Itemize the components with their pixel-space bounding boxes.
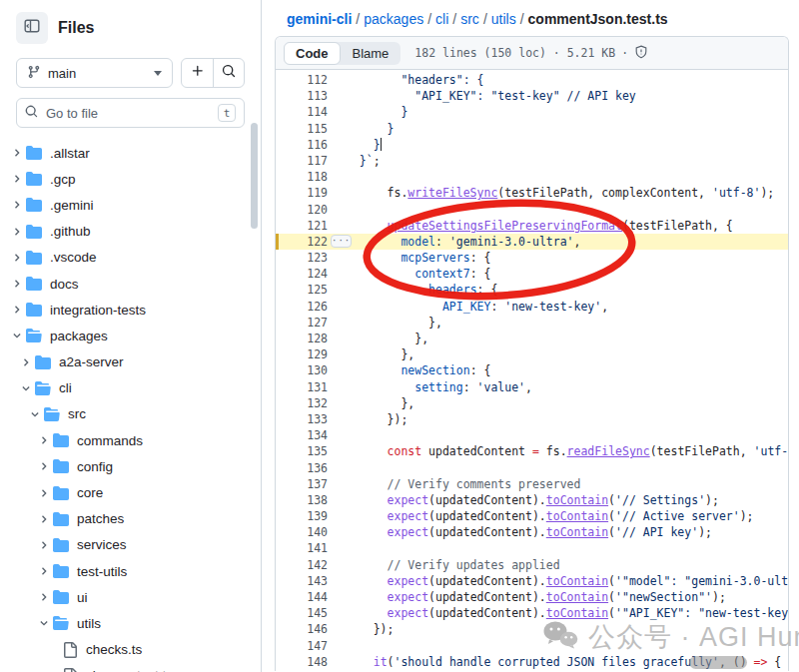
- go-to-file-input[interactable]: Go to file t: [16, 98, 245, 128]
- breadcrumb-segment[interactable]: src: [460, 11, 479, 27]
- line-number[interactable]: 116: [276, 137, 328, 153]
- line-number[interactable]: 130: [276, 362, 328, 378]
- tree-item-checks.ts[interactable]: checks.ts: [8, 637, 253, 663]
- chevron-right-icon[interactable]: [8, 173, 26, 185]
- line-number[interactable]: 147: [276, 638, 328, 654]
- line-number[interactable]: 146: [276, 621, 328, 637]
- line-number[interactable]: 142: [276, 557, 328, 573]
- tree-item-integration-tests[interactable]: integration-tests: [8, 297, 253, 323]
- tree-item-.github[interactable]: .github: [8, 219, 253, 245]
- line-number[interactable]: 140: [276, 524, 328, 540]
- tree-item-test-utils[interactable]: test-utils: [8, 558, 253, 584]
- line-number[interactable]: 144: [276, 589, 328, 605]
- line-number[interactable]: 112: [276, 72, 328, 88]
- sidebar-toggle-button[interactable]: [16, 12, 48, 44]
- chevron-right-icon[interactable]: [8, 226, 26, 238]
- line-number[interactable]: 126: [276, 299, 328, 315]
- chevron-down-icon[interactable]: [26, 408, 44, 420]
- chevron-right-icon[interactable]: [8, 252, 26, 264]
- chevron-right-icon[interactable]: [35, 591, 53, 603]
- tree-item-src[interactable]: src: [8, 401, 253, 427]
- line-number[interactable]: 127: [276, 315, 328, 331]
- line-number[interactable]: 134: [276, 427, 328, 443]
- line-number[interactable]: 115: [276, 121, 328, 137]
- line-number[interactable]: 143: [276, 573, 328, 589]
- tree-item-core[interactable]: core: [8, 479, 253, 505]
- line-number[interactable]: 120: [276, 202, 328, 218]
- line-number[interactable]: 122: [276, 234, 328, 250]
- line-number[interactable]: 128: [276, 331, 328, 346]
- line-actions-button[interactable]: ···: [331, 235, 352, 248]
- chevron-right-icon[interactable]: [35, 513, 53, 525]
- tree-item-ui[interactable]: ui: [8, 584, 253, 610]
- line-number[interactable]: 145: [276, 605, 328, 621]
- line-number[interactable]: 139: [276, 508, 328, 524]
- line-number[interactable]: 148: [276, 654, 328, 670]
- chevron-right-icon[interactable]: [35, 539, 53, 551]
- line-number[interactable]: 138: [276, 492, 328, 508]
- line-number[interactable]: 124: [276, 266, 328, 282]
- line-number[interactable]: 131: [276, 379, 328, 395]
- shield-icon[interactable]: [634, 45, 648, 62]
- symbol-reference[interactable]: toContain: [546, 574, 608, 588]
- tree-item-utils[interactable]: utils: [8, 610, 253, 636]
- breadcrumb-repo[interactable]: gemini-cli: [287, 11, 352, 27]
- tree-item-a2a-server[interactable]: a2a-server: [8, 349, 253, 375]
- line-number[interactable]: 118: [276, 169, 328, 185]
- tab-blame[interactable]: Blame: [341, 42, 401, 65]
- tree-item-.gemini[interactable]: .gemini: [8, 192, 253, 218]
- tree-item-docs[interactable]: docs: [8, 271, 253, 297]
- tree-item-.vscode[interactable]: .vscode: [8, 245, 253, 271]
- chevron-right-icon[interactable]: [35, 460, 53, 472]
- tree-item-packages[interactable]: packages: [8, 323, 253, 348]
- line-number[interactable]: 117: [276, 153, 328, 169]
- line-number[interactable]: 123: [276, 250, 328, 266]
- search-tree-button[interactable]: [213, 59, 244, 87]
- line-number[interactable]: 119: [276, 185, 328, 201]
- tree-item-cli[interactable]: cli: [8, 375, 253, 401]
- chevron-right-icon[interactable]: [8, 278, 26, 290]
- symbol-reference[interactable]: toContain: [546, 493, 608, 507]
- line-number[interactable]: 129: [276, 346, 328, 362]
- tree-item-cleanup.test.ts[interactable]: cleanup.test.ts: [8, 663, 253, 672]
- chevron-down-icon[interactable]: [35, 617, 53, 629]
- line-number[interactable]: 141: [276, 540, 328, 556]
- breadcrumb-segment[interactable]: packages: [364, 11, 423, 27]
- breadcrumb-segment[interactable]: utils: [491, 11, 516, 27]
- symbol-reference[interactable]: readFileSync: [567, 444, 650, 458]
- chevron-right-icon[interactable]: [35, 565, 53, 577]
- symbol-reference[interactable]: writeFileSync: [407, 186, 497, 200]
- line-number[interactable]: 132: [276, 395, 328, 411]
- symbol-reference[interactable]: toContain: [546, 606, 608, 620]
- tab-code[interactable]: Code: [284, 42, 341, 65]
- chevron-right-icon[interactable]: [8, 147, 26, 159]
- symbol-reference[interactable]: updateSettingsFilePreservingFormat: [388, 219, 622, 233]
- chevron-right-icon[interactable]: [8, 304, 26, 316]
- branch-selector[interactable]: main: [16, 58, 173, 88]
- tree-item-patches[interactable]: patches: [8, 506, 253, 532]
- breadcrumb-segment[interactable]: cli: [435, 11, 448, 27]
- tree-item-commands[interactable]: commands: [8, 427, 253, 453]
- chevron-down-icon[interactable]: [17, 382, 35, 394]
- line-number[interactable]: 133: [276, 411, 328, 427]
- symbol-reference[interactable]: toContain: [546, 509, 608, 523]
- chevron-down-icon[interactable]: [8, 330, 26, 341]
- sidebar-scrollbar[interactable]: [251, 123, 258, 229]
- line-number[interactable]: 121: [276, 218, 328, 234]
- line-number[interactable]: 113: [276, 88, 328, 104]
- line-number[interactable]: 125: [276, 282, 328, 298]
- chevron-right-icon[interactable]: [17, 356, 35, 368]
- chevron-right-icon[interactable]: [8, 199, 26, 211]
- line-number[interactable]: 137: [276, 476, 328, 492]
- tree-item-services[interactable]: services: [8, 532, 253, 558]
- add-file-button[interactable]: [182, 59, 213, 87]
- chevron-right-icon[interactable]: [35, 487, 53, 499]
- line-number[interactable]: 135: [276, 443, 328, 459]
- symbol-reference[interactable]: toContain: [546, 590, 608, 604]
- line-number[interactable]: 136: [276, 460, 328, 476]
- tree-item-.allstar[interactable]: .allstar: [8, 140, 253, 166]
- line-number[interactable]: 114: [276, 104, 328, 120]
- chevron-right-icon[interactable]: [35, 434, 53, 446]
- symbol-reference[interactable]: toContain: [546, 525, 608, 539]
- tree-item-config[interactable]: config: [8, 453, 253, 479]
